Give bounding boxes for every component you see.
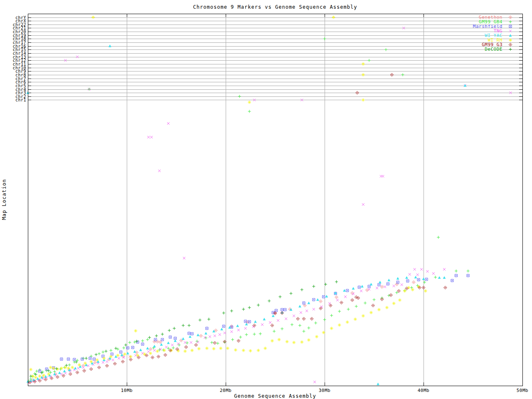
- data-point: [187, 324, 190, 327]
- data-point: [69, 372, 72, 376]
- data-point: [310, 317, 313, 320]
- data-point: [68, 364, 71, 367]
- data-point: [47, 372, 50, 376]
- data-point: [47, 369, 50, 372]
- data-point: [213, 341, 217, 345]
- data-point: [171, 344, 174, 346]
- data-point: [29, 368, 32, 371]
- data-point: [141, 343, 144, 345]
- series-genethon: [31, 281, 415, 382]
- data-point: [58, 371, 61, 374]
- data-point: [277, 319, 279, 322]
- data-point: [237, 329, 240, 331]
- data-point: [82, 364, 85, 367]
- data-point: [67, 358, 70, 360]
- data-point: [387, 278, 390, 281]
- x-axis-title: Genome Sequence Assembly: [28, 393, 522, 399]
- data-point: [182, 337, 185, 340]
- data-point: [319, 307, 323, 310]
- data-point: [128, 341, 131, 344]
- data-point: [219, 347, 222, 350]
- data-point: [116, 354, 120, 357]
- legend-marker-plus-icon: [506, 47, 515, 52]
- data-point: [455, 274, 458, 277]
- data-point: [379, 281, 382, 283]
- data-point: [91, 16, 95, 19]
- data-point: [343, 289, 346, 291]
- data-point: [268, 300, 271, 303]
- data-point: [134, 329, 137, 332]
- data-point: [298, 324, 301, 327]
- data-point: [64, 372, 66, 374]
- data-point: [165, 346, 167, 348]
- data-point: [151, 356, 154, 359]
- data-point: [50, 377, 53, 380]
- data-point: [300, 340, 303, 344]
- data-point: [248, 306, 251, 309]
- data-point: [147, 136, 150, 138]
- data-point: [380, 285, 384, 288]
- data-point: [364, 302, 367, 305]
- data-point: [139, 348, 142, 351]
- data-point: [412, 281, 415, 284]
- data-point: [401, 73, 404, 76]
- data-point: [261, 323, 264, 326]
- data-point: [98, 352, 101, 355]
- data-point: [35, 370, 38, 373]
- data-point: [60, 358, 63, 360]
- data-point: [382, 175, 384, 177]
- data-point: [49, 366, 52, 369]
- data-point: [206, 327, 208, 330]
- data-point: [420, 268, 423, 271]
- data-point: [146, 338, 149, 341]
- data-point: [362, 203, 365, 206]
- data-point: [38, 374, 42, 378]
- data-point: [352, 287, 355, 289]
- data-point: [272, 314, 275, 317]
- data-point: [188, 332, 190, 335]
- data-point: [89, 360, 93, 363]
- data-point: [153, 340, 156, 343]
- data-point: [346, 320, 349, 324]
- data-point: [143, 352, 146, 356]
- data-point: [424, 289, 427, 293]
- data-point: [158, 170, 161, 172]
- data-point: [376, 287, 378, 289]
- data-point: [237, 339, 240, 342]
- data-point: [398, 298, 401, 302]
- data-point: [323, 318, 326, 321]
- data-point: [102, 361, 104, 364]
- data-point: [95, 353, 98, 356]
- data-point: [84, 362, 87, 365]
- data-point: [312, 285, 315, 288]
- data-point: [323, 37, 326, 40]
- data-point: [426, 270, 429, 273]
- data-point: [409, 273, 411, 276]
- data-point: [264, 347, 267, 350]
- data-point: [63, 369, 66, 372]
- data-point: [129, 358, 133, 361]
- data-point: [155, 335, 158, 337]
- data-point: [392, 302, 396, 305]
- data-point: [82, 366, 84, 369]
- data-point: [414, 268, 416, 271]
- data-point: [136, 354, 139, 357]
- data-point: [432, 272, 435, 275]
- data-point: [189, 335, 192, 337]
- data-point: [298, 305, 301, 307]
- data-point: [204, 337, 207, 340]
- data-point: [106, 364, 109, 367]
- data-point: [416, 273, 419, 276]
- data-point: [244, 327, 247, 330]
- data-point: [285, 318, 287, 320]
- data-point: [214, 335, 216, 337]
- data-point: [273, 330, 276, 333]
- data-point: [109, 349, 112, 352]
- data-point: [377, 308, 381, 311]
- data-point: [443, 276, 446, 278]
- x-axis-tick-label: 40Mb: [418, 388, 430, 393]
- data-point: [451, 279, 453, 282]
- legend-marker-plus-icon: [506, 20, 515, 24]
- series-marshfield: [39, 274, 470, 372]
- legend-marker-triangle-icon: [506, 33, 515, 38]
